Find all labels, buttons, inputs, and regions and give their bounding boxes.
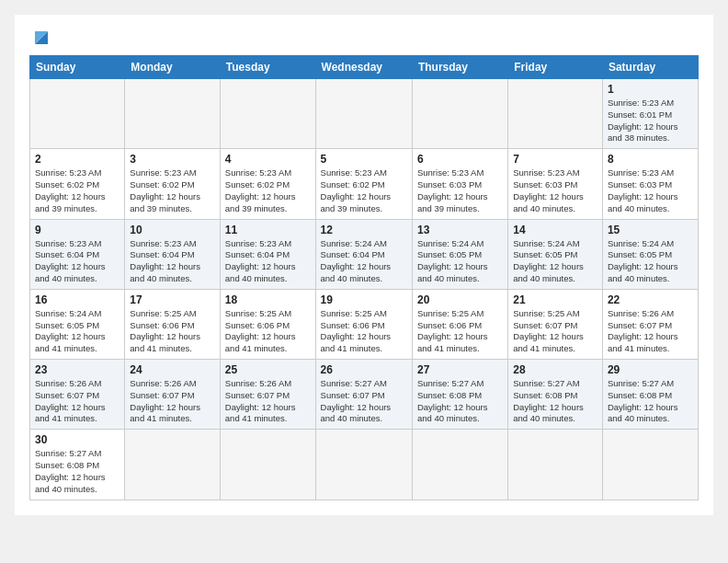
weekday-header-monday: Monday — [125, 56, 221, 79]
calendar-cell: 25Sunrise: 5:26 AM Sunset: 6:07 PM Dayli… — [220, 360, 315, 430]
calendar-cell: 1Sunrise: 5:23 AM Sunset: 6:01 PM Daylig… — [602, 79, 698, 149]
calendar-cell: 14Sunrise: 5:24 AM Sunset: 6:05 PM Dayli… — [508, 219, 603, 289]
day-info: Sunrise: 5:24 AM Sunset: 6:05 PM Dayligh… — [608, 238, 693, 285]
calendar-week-row: 30Sunrise: 5:27 AM Sunset: 6:08 PM Dayli… — [30, 430, 699, 500]
calendar-cell: 5Sunrise: 5:23 AM Sunset: 6:02 PM Daylig… — [315, 149, 412, 219]
day-number: 8 — [608, 153, 693, 166]
calendar-cell — [125, 430, 221, 500]
calendar-cell: 28Sunrise: 5:27 AM Sunset: 6:08 PM Dayli… — [508, 360, 603, 430]
page: SundayMondayTuesdayWednesdayThursdayFrid… — [15, 15, 713, 515]
day-info: Sunrise: 5:27 AM Sunset: 6:08 PM Dayligh… — [513, 378, 597, 425]
day-info: Sunrise: 5:23 AM Sunset: 6:04 PM Dayligh… — [225, 238, 311, 285]
day-number: 13 — [417, 224, 503, 236]
day-number: 4 — [225, 153, 311, 166]
calendar-cell: 3Sunrise: 5:23 AM Sunset: 6:02 PM Daylig… — [125, 149, 221, 219]
day-info: Sunrise: 5:25 AM Sunset: 6:06 PM Dayligh… — [225, 308, 311, 355]
weekday-header-saturday: Saturday — [602, 56, 698, 79]
day-info: Sunrise: 5:23 AM Sunset: 6:03 PM Dayligh… — [608, 167, 693, 214]
day-number: 24 — [130, 363, 215, 376]
day-number: 30 — [35, 433, 119, 446]
day-info: Sunrise: 5:25 AM Sunset: 6:06 PM Dayligh… — [130, 308, 215, 355]
calendar-cell: 20Sunrise: 5:25 AM Sunset: 6:06 PM Dayli… — [412, 289, 507, 359]
calendar-cell: 9Sunrise: 5:23 AM Sunset: 6:04 PM Daylig… — [30, 219, 125, 289]
day-info: Sunrise: 5:24 AM Sunset: 6:05 PM Dayligh… — [35, 308, 119, 355]
calendar-cell: 22Sunrise: 5:26 AM Sunset: 6:07 PM Dayli… — [602, 289, 698, 359]
day-info: Sunrise: 5:27 AM Sunset: 6:08 PM Dayligh… — [417, 378, 503, 425]
calendar-cell: 8Sunrise: 5:23 AM Sunset: 6:03 PM Daylig… — [602, 149, 698, 219]
day-number: 9 — [35, 224, 119, 236]
day-number: 27 — [417, 363, 503, 376]
calendar-week-row: 23Sunrise: 5:26 AM Sunset: 6:07 PM Dayli… — [30, 360, 699, 430]
day-number: 23 — [35, 363, 119, 376]
logo-icon — [31, 28, 51, 48]
calendar-cell — [125, 79, 221, 149]
day-info: Sunrise: 5:24 AM Sunset: 6:04 PM Dayligh… — [321, 238, 407, 285]
calendar-cell: 30Sunrise: 5:27 AM Sunset: 6:08 PM Dayli… — [30, 430, 125, 500]
day-info: Sunrise: 5:23 AM Sunset: 6:01 PM Dayligh… — [608, 98, 693, 144]
calendar-cell: 2Sunrise: 5:23 AM Sunset: 6:02 PM Daylig… — [30, 149, 125, 219]
calendar-header-row: SundayMondayTuesdayWednesdayThursdayFrid… — [30, 56, 699, 79]
day-number: 6 — [417, 153, 503, 166]
weekday-header-tuesday: Tuesday — [220, 56, 315, 79]
calendar-cell — [508, 430, 603, 500]
calendar-cell: 12Sunrise: 5:24 AM Sunset: 6:04 PM Dayli… — [315, 219, 412, 289]
calendar-cell: 24Sunrise: 5:26 AM Sunset: 6:07 PM Dayli… — [125, 360, 221, 430]
day-number: 29 — [608, 363, 693, 376]
day-number: 26 — [321, 363, 407, 376]
calendar-cell: 4Sunrise: 5:23 AM Sunset: 6:02 PM Daylig… — [220, 149, 315, 219]
calendar-cell — [30, 79, 125, 149]
day-number: 22 — [608, 293, 693, 306]
logo — [29, 29, 51, 48]
calendar-cell — [412, 79, 507, 149]
calendar-cell: 21Sunrise: 5:25 AM Sunset: 6:07 PM Dayli… — [508, 289, 603, 359]
calendar-cell: 26Sunrise: 5:27 AM Sunset: 6:07 PM Dayli… — [315, 360, 412, 430]
day-info: Sunrise: 5:23 AM Sunset: 6:04 PM Dayligh… — [35, 238, 119, 285]
day-number: 19 — [321, 293, 407, 306]
day-info: Sunrise: 5:27 AM Sunset: 6:08 PM Dayligh… — [608, 378, 693, 425]
calendar-week-row: 16Sunrise: 5:24 AM Sunset: 6:05 PM Dayli… — [30, 289, 699, 359]
day-info: Sunrise: 5:26 AM Sunset: 6:07 PM Dayligh… — [130, 378, 215, 425]
weekday-header-sunday: Sunday — [30, 56, 125, 79]
calendar-cell — [220, 430, 315, 500]
day-info: Sunrise: 5:27 AM Sunset: 6:07 PM Dayligh… — [321, 378, 407, 425]
calendar-week-row: 2Sunrise: 5:23 AM Sunset: 6:02 PM Daylig… — [30, 149, 699, 219]
day-number: 2 — [35, 153, 119, 166]
calendar-cell: 17Sunrise: 5:25 AM Sunset: 6:06 PM Dayli… — [125, 289, 221, 359]
day-number: 15 — [608, 224, 693, 236]
calendar-cell — [315, 79, 412, 149]
day-info: Sunrise: 5:27 AM Sunset: 6:08 PM Dayligh… — [35, 448, 119, 495]
day-info: Sunrise: 5:23 AM Sunset: 6:03 PM Dayligh… — [513, 167, 597, 214]
header — [29, 29, 699, 48]
calendar-cell: 27Sunrise: 5:27 AM Sunset: 6:08 PM Dayli… — [412, 360, 507, 430]
calendar-table: SundayMondayTuesdayWednesdayThursdayFrid… — [29, 55, 699, 500]
day-number: 16 — [35, 293, 119, 306]
day-info: Sunrise: 5:26 AM Sunset: 6:07 PM Dayligh… — [225, 378, 311, 425]
weekday-header-wednesday: Wednesday — [315, 56, 412, 79]
calendar-cell: 15Sunrise: 5:24 AM Sunset: 6:05 PM Dayli… — [602, 219, 698, 289]
calendar-cell — [315, 430, 412, 500]
calendar-cell: 6Sunrise: 5:23 AM Sunset: 6:03 PM Daylig… — [412, 149, 507, 219]
calendar-cell: 29Sunrise: 5:27 AM Sunset: 6:08 PM Dayli… — [602, 360, 698, 430]
calendar-cell: 10Sunrise: 5:23 AM Sunset: 6:04 PM Dayli… — [125, 219, 221, 289]
calendar-cell — [412, 430, 507, 500]
day-info: Sunrise: 5:23 AM Sunset: 6:02 PM Dayligh… — [321, 167, 407, 214]
day-number: 11 — [225, 224, 311, 236]
day-info: Sunrise: 5:23 AM Sunset: 6:02 PM Dayligh… — [225, 167, 311, 214]
day-info: Sunrise: 5:23 AM Sunset: 6:03 PM Dayligh… — [417, 167, 503, 214]
calendar-cell: 7Sunrise: 5:23 AM Sunset: 6:03 PM Daylig… — [508, 149, 603, 219]
day-info: Sunrise: 5:24 AM Sunset: 6:05 PM Dayligh… — [417, 238, 503, 285]
calendar-cell — [508, 79, 603, 149]
day-number: 3 — [130, 153, 215, 166]
day-info: Sunrise: 5:23 AM Sunset: 6:02 PM Dayligh… — [35, 167, 119, 214]
day-number: 25 — [225, 363, 311, 376]
day-number: 21 — [513, 293, 597, 306]
day-number: 5 — [321, 153, 407, 166]
day-info: Sunrise: 5:26 AM Sunset: 6:07 PM Dayligh… — [35, 378, 119, 425]
day-number: 12 — [321, 224, 407, 236]
day-number: 20 — [417, 293, 503, 306]
calendar-cell — [220, 79, 315, 149]
day-number: 14 — [513, 224, 597, 236]
day-info: Sunrise: 5:25 AM Sunset: 6:06 PM Dayligh… — [417, 308, 503, 355]
calendar-week-row: 1Sunrise: 5:23 AM Sunset: 6:01 PM Daylig… — [30, 79, 699, 149]
day-info: Sunrise: 5:25 AM Sunset: 6:07 PM Dayligh… — [513, 308, 597, 355]
